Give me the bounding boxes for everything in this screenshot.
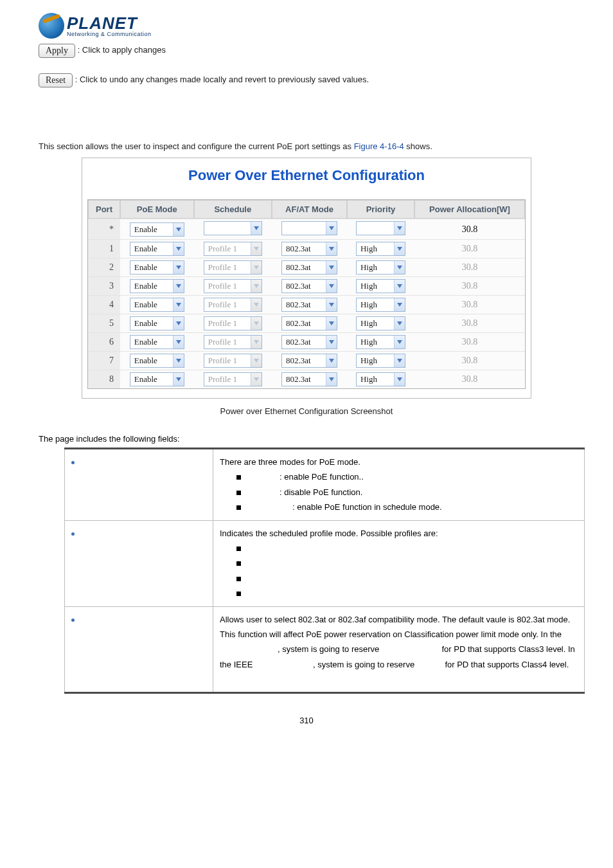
fields-intro: The page includes the following fields: bbox=[39, 434, 574, 444]
priority-select[interactable]: High bbox=[356, 260, 405, 275]
chevron-down-icon bbox=[394, 317, 405, 330]
table-row: 4EnableProfile 1802.3atHigh30.8 bbox=[88, 295, 525, 314]
chevron-down-icon bbox=[326, 298, 337, 311]
chevron-down-icon bbox=[173, 373, 184, 386]
apply-button[interactable]: Apply bbox=[39, 44, 75, 58]
afat-mode-select[interactable]: 802.3at bbox=[281, 316, 337, 330]
priority-select[interactable]: High bbox=[356, 372, 405, 386]
port-cell: 8 bbox=[88, 370, 120, 388]
object-cell bbox=[65, 606, 213, 693]
port-cell: 5 bbox=[88, 314, 120, 332]
power-allocation-cell: 30.8 bbox=[414, 314, 525, 332]
poe-mode-select[interactable]: Enable bbox=[130, 335, 184, 349]
chevron-down-icon bbox=[173, 242, 184, 255]
screenshot-caption: Power over Ethernet Configuration Screen… bbox=[39, 406, 574, 416]
page-number: 310 bbox=[39, 716, 574, 725]
object-cell bbox=[65, 520, 213, 606]
priority-select[interactable]: High bbox=[356, 335, 405, 349]
chevron-down-icon bbox=[251, 261, 262, 274]
power-allocation-cell: 30.8 bbox=[414, 351, 525, 370]
poe-mode-select[interactable]: Enable bbox=[130, 372, 184, 386]
schedule-select[interactable]: Profile 1 bbox=[204, 298, 262, 312]
power-allocation-cell: 30.8 bbox=[414, 370, 525, 388]
afat-mode-select[interactable]: 802.3at bbox=[281, 372, 337, 386]
logo-subtitle: Networking & Communication bbox=[67, 32, 152, 37]
schedule-select[interactable]: Profile 1 bbox=[204, 372, 262, 386]
afat-mode-select[interactable]: 802.3at bbox=[281, 260, 337, 275]
poe-config-table: Port PoE Mode Schedule AF/AT Mode Priori… bbox=[87, 199, 526, 389]
power-allocation-cell: 30.8 bbox=[414, 219, 525, 239]
table-row: 1EnableProfile 1802.3atHigh30.8 bbox=[88, 239, 525, 258]
bullet-icon bbox=[71, 461, 75, 464]
schedule-select[interactable]: Profile 1 bbox=[204, 354, 262, 368]
chevron-down-icon bbox=[251, 280, 262, 293]
chevron-down-icon bbox=[251, 298, 262, 311]
port-cell: 1 bbox=[88, 239, 120, 258]
square-bullet-icon bbox=[236, 547, 241, 551]
power-allocation-cell: 30.8 bbox=[414, 332, 525, 351]
reset-help-line: Reset : Click to undo any changes made l… bbox=[39, 73, 574, 87]
config-screenshot: Power Over Ethernet Configuration Port P… bbox=[82, 158, 531, 399]
apply-help-line: Apply : Click to apply changes bbox=[39, 44, 574, 58]
afat-mode-select[interactable]: 802.3at bbox=[281, 298, 337, 312]
schedule-select[interactable]: Profile 1 bbox=[204, 316, 262, 330]
poe-mode-select[interactable]: Enable bbox=[130, 316, 184, 330]
power-allocation-cell: 30.8 bbox=[414, 276, 525, 295]
col-priority: Priority bbox=[347, 200, 414, 219]
priority-select[interactable]: High bbox=[356, 316, 405, 330]
afat-mode-select[interactable]: 802.3at bbox=[281, 242, 337, 256]
schedule-select[interactable]: Profile 1 bbox=[204, 242, 262, 256]
table-row: 8EnableProfile 1802.3atHigh30.8 bbox=[88, 370, 525, 388]
square-bullet-icon bbox=[236, 505, 241, 510]
chevron-down-icon bbox=[326, 261, 337, 274]
chevron-down-icon bbox=[394, 373, 405, 386]
square-bullet-icon bbox=[236, 592, 241, 596]
logo-word: PLANET bbox=[67, 15, 152, 32]
square-bullet-icon bbox=[236, 475, 241, 480]
poe-mode-select[interactable]: Enable bbox=[130, 242, 184, 256]
logo-globe-icon bbox=[39, 13, 64, 39]
afat-mode-select[interactable]: 802.3at bbox=[281, 279, 337, 293]
priority-select[interactable]: High bbox=[356, 298, 405, 312]
poe-mode-select[interactable]: Enable bbox=[130, 354, 184, 368]
chevron-down-icon bbox=[173, 223, 184, 236]
schedule-select[interactable]: Profile 1 bbox=[204, 260, 262, 275]
chevron-down-icon bbox=[394, 336, 405, 348]
square-bullet-icon bbox=[236, 577, 241, 581]
screenshot-title: Power Over Ethernet Configuration bbox=[87, 167, 526, 184]
poe-mode-select[interactable]: Enable bbox=[130, 222, 184, 237]
schedule-select[interactable]: Profile 1 bbox=[204, 279, 262, 293]
section-intro: This section allows the user to inspect … bbox=[39, 141, 574, 151]
priority-select[interactable] bbox=[356, 221, 405, 235]
chevron-down-icon bbox=[326, 354, 337, 367]
priority-select[interactable]: High bbox=[356, 242, 405, 256]
schedule-select[interactable]: Profile 1 bbox=[204, 335, 262, 349]
col-port: Port bbox=[88, 200, 120, 219]
bullet-icon bbox=[71, 619, 75, 622]
chevron-down-icon bbox=[251, 373, 262, 386]
afat-mode-select[interactable] bbox=[281, 221, 337, 235]
poe-mode-select[interactable]: Enable bbox=[130, 298, 184, 312]
table-row: 3EnableProfile 1802.3atHigh30.8 bbox=[88, 276, 525, 295]
reset-help-text: : Click to undo any changes made locally… bbox=[75, 75, 369, 84]
port-cell: * bbox=[88, 219, 120, 239]
chevron-down-icon bbox=[173, 298, 184, 311]
description-cell: Indicates the scheduled profile mode. Po… bbox=[213, 520, 585, 606]
chevron-down-icon bbox=[326, 280, 337, 293]
schedule-select[interactable] bbox=[204, 221, 262, 235]
afat-mode-select[interactable]: 802.3at bbox=[281, 335, 337, 349]
table-row: 5EnableProfile 1802.3atHigh30.8 bbox=[88, 314, 525, 332]
chevron-down-icon bbox=[251, 317, 262, 330]
priority-select[interactable]: High bbox=[356, 354, 405, 368]
reset-button[interactable]: Reset bbox=[39, 73, 73, 87]
priority-select[interactable]: High bbox=[356, 279, 405, 293]
chevron-down-icon bbox=[251, 336, 262, 348]
afat-mode-select[interactable]: 802.3at bbox=[281, 354, 337, 368]
poe-mode-select[interactable]: Enable bbox=[130, 279, 184, 293]
description-cell: There are three modes for PoE mode. : en… bbox=[213, 449, 585, 521]
poe-mode-select[interactable]: Enable bbox=[130, 260, 184, 275]
chevron-down-icon bbox=[326, 317, 337, 330]
object-cell bbox=[65, 449, 213, 521]
chevron-down-icon bbox=[173, 336, 184, 348]
chevron-down-icon bbox=[394, 261, 405, 274]
